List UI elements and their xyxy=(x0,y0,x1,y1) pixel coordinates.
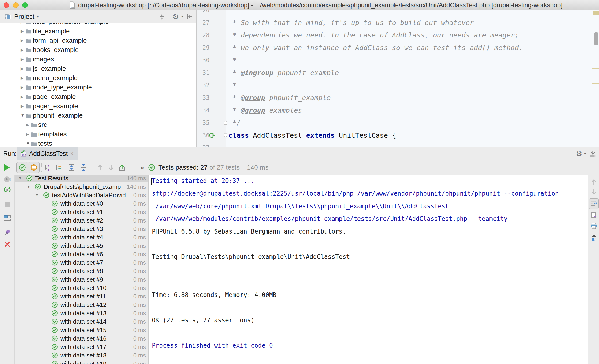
project-tree-item-images[interactable]: ▶images xyxy=(0,54,196,64)
test-tree-item-8[interactable]: with data set #50 ms xyxy=(15,241,148,250)
test-tree-item-13[interactable]: with data set #100 ms xyxy=(15,284,148,292)
test-tree-item-11[interactable]: with data set #80 ms xyxy=(15,267,148,275)
chevron-right-icon[interactable]: ▶ xyxy=(26,132,29,137)
chevron-right-icon[interactable]: ▶ xyxy=(21,76,24,80)
collapse-all-icon[interactable] xyxy=(80,164,87,171)
project-tree-item-file_example[interactable]: ▶file_example xyxy=(0,27,196,36)
editor-line-33[interactable]: 33 * @group phpunit_example xyxy=(196,91,599,104)
editor-line-26[interactable]: 26 xyxy=(196,10,599,17)
tab-addclasstest[interactable]: php AddClassTest × xyxy=(17,147,78,160)
chevron-down-icon[interactable]: ▾ xyxy=(181,15,183,19)
sort-by-duration-icon[interactable] xyxy=(54,164,62,171)
scrollbar-mark[interactable] xyxy=(592,83,599,84)
print-icon[interactable] xyxy=(590,222,598,230)
console-output[interactable]: Testing started at 20:37 ...sftp://docke… xyxy=(148,175,589,364)
project-tree-item-node_type_example[interactable]: ▶node_type_example xyxy=(0,83,196,92)
minimize-window-button[interactable] xyxy=(13,2,18,8)
run-test-gutter-icon[interactable] xyxy=(209,132,216,139)
project-tree-item-menu_example[interactable]: ▶menu_example xyxy=(0,73,196,83)
project-tree-item-page_example[interactable]: ▶page_example xyxy=(0,92,196,101)
chevron-down-icon[interactable]: ▾ xyxy=(584,151,586,156)
scrollbar-mark[interactable] xyxy=(592,68,599,69)
pin-tab-icon[interactable] xyxy=(3,229,11,236)
project-tree-item-templates[interactable]: ▶templates xyxy=(0,130,196,139)
chevron-right-icon[interactable]: ▶ xyxy=(21,104,24,109)
hide-panel-icon[interactable] xyxy=(186,13,193,20)
project-tree-item-src[interactable]: ▶src xyxy=(0,120,196,130)
close-window-button[interactable] xyxy=(3,2,9,8)
prev-occurrence-icon[interactable] xyxy=(590,179,597,186)
chevron-right-icon[interactable]: ▶ xyxy=(21,85,24,90)
test-tree-item-4[interactable]: with data set #10 ms xyxy=(15,208,148,216)
project-panel-title[interactable]: Project xyxy=(14,13,35,20)
chevron-down-icon[interactable]: ▾ xyxy=(37,15,39,19)
test-tree-item-0[interactable]: ▼Test Results140 ms xyxy=(15,175,148,182)
sort-alphabetically-icon[interactable]: az xyxy=(44,164,51,171)
project-tree-item-form_api_example[interactable]: ▶form_api_example xyxy=(0,36,196,45)
overflow-chevron-icon[interactable]: » xyxy=(140,163,144,171)
close-icon[interactable] xyxy=(4,241,11,248)
test-tree-item-1[interactable]: ▼Drupal\Tests\phpunit_examp140 ms xyxy=(15,182,148,191)
close-icon[interactable]: × xyxy=(70,150,74,157)
test-tree-item-7[interactable]: with data set #40 ms xyxy=(15,233,148,241)
scroll-to-end-icon[interactable] xyxy=(590,212,598,219)
test-tree-item-9[interactable]: with data set #60 ms xyxy=(15,250,148,258)
test-tree-item-10[interactable]: with data set #70 ms xyxy=(15,258,148,267)
project-tree-item-pager_example[interactable]: ▶pager_example xyxy=(0,101,196,111)
test-tree-item-15[interactable]: with data set #120 ms xyxy=(15,301,148,309)
chevron-right-icon[interactable]: ▶ xyxy=(21,66,24,71)
project-tree-item-phpunit_example[interactable]: ▼phpunit_example xyxy=(0,111,196,120)
rerun-failed-tests-icon[interactable]: ! xyxy=(3,176,11,183)
chevron-right-icon[interactable]: ▶ xyxy=(21,29,24,34)
editor-line-31[interactable]: 31 * @ingroup phpunit_example xyxy=(196,67,599,79)
stop-icon[interactable] xyxy=(4,201,10,208)
test-tree-item-21[interactable]: with data set #180 ms xyxy=(15,351,148,360)
test-tree-item-18[interactable]: with data set #150 ms xyxy=(15,326,148,334)
rerun-play-icon[interactable] xyxy=(3,163,11,171)
collapse-all-icon[interactable] xyxy=(158,13,165,20)
editor-line-36[interactable]: 36class AddClassTest extends UnitTestCas… xyxy=(196,129,599,142)
restore-layout-icon[interactable] xyxy=(3,214,11,222)
inspection-status-square[interactable] xyxy=(593,11,599,15)
editor-line-30[interactable]: 30 * xyxy=(196,54,599,67)
fold-marker-icon[interactable] xyxy=(223,120,228,125)
test-tree-item-17[interactable]: with data set #140 ms xyxy=(15,317,148,326)
fold-marker-icon[interactable] xyxy=(223,133,228,138)
editor-line-37[interactable]: 37 xyxy=(196,142,599,147)
test-tree-item-3[interactable]: with data set #00 ms xyxy=(15,199,148,208)
project-tree-item-field_permission_example[interactable]: ▶field_permission_example xyxy=(0,23,196,27)
editor-line-32[interactable]: 32 * xyxy=(196,79,599,92)
zoom-window-button[interactable] xyxy=(22,2,28,8)
test-tree-item-22[interactable]: with data set #190 ms xyxy=(15,360,148,364)
project-tree-item-js_example[interactable]: ▶js_example xyxy=(0,64,196,73)
previous-failed-test-icon[interactable] xyxy=(97,164,104,171)
project-tree-item-hooks_example[interactable]: ▶hooks_example xyxy=(0,45,196,54)
chevron-down-icon[interactable]: ▼ xyxy=(26,141,30,146)
dock-panel-icon[interactable] xyxy=(589,150,596,157)
rerun-icon[interactable] xyxy=(3,186,11,194)
test-tree-item-14[interactable]: with data set #110 ms xyxy=(15,292,148,301)
project-tree-item-tests[interactable]: ▼tests xyxy=(0,139,196,147)
next-occurrence-icon[interactable] xyxy=(590,188,597,195)
chevron-down-icon[interactable]: ▼ xyxy=(35,193,39,197)
chevron-right-icon[interactable]: ▶ xyxy=(21,48,24,53)
chevron-right-icon[interactable]: ▶ xyxy=(21,94,24,99)
chevron-down-icon[interactable]: ▼ xyxy=(21,113,25,118)
chevron-right-icon[interactable]: ▶ xyxy=(26,123,29,127)
test-tree-item-19[interactable]: with data set #160 ms xyxy=(15,334,148,343)
test-tree-item-16[interactable]: with data set #130 ms xyxy=(15,309,148,317)
expand-all-icon[interactable] xyxy=(68,164,75,171)
chevron-down-icon[interactable]: ▼ xyxy=(18,176,22,180)
clear-console-icon[interactable] xyxy=(590,235,597,242)
editor-scrollbar[interactable] xyxy=(594,32,598,45)
test-tree-item-20[interactable]: with data set #170 ms xyxy=(15,343,148,351)
show-ignored-toggle[interactable] xyxy=(28,162,40,173)
test-tree-item-6[interactable]: with data set #30 ms xyxy=(15,225,148,233)
code-editor[interactable]: 2627 * So with that in mind, it's up to … xyxy=(196,10,599,147)
editor-line-34[interactable]: 34 * @group examples xyxy=(196,104,599,117)
import-test-results-icon[interactable] xyxy=(118,164,126,171)
editor-line-27[interactable]: 27 * So with that in mind, it's up to us… xyxy=(196,16,599,29)
test-tree-item-5[interactable]: with data set #20 ms xyxy=(15,216,148,225)
chevron-right-icon[interactable]: ▶ xyxy=(21,23,24,24)
chevron-right-icon[interactable]: ▶ xyxy=(21,57,24,62)
